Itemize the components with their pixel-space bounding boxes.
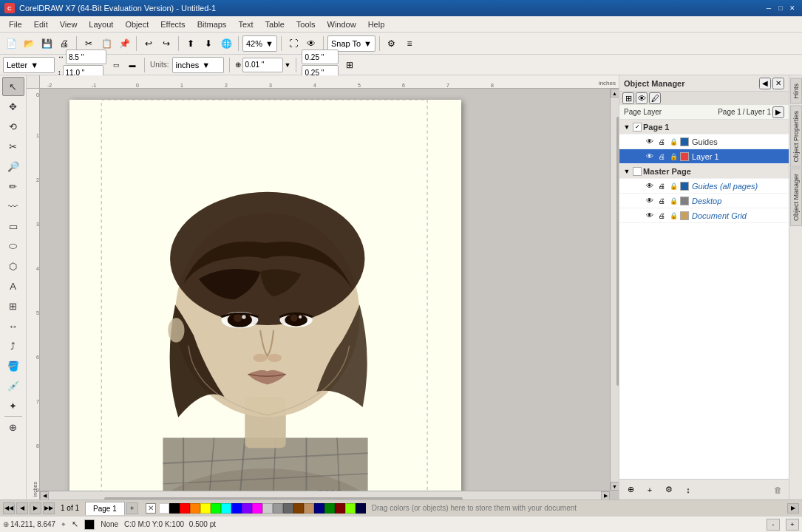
crop-tool[interactable]: ✂ [2, 137, 24, 156]
fill-tool[interactable]: 🪣 [2, 356, 24, 375]
menu-object[interactable]: Object [119, 18, 154, 30]
h-scroll-thumb[interactable] [104, 497, 463, 500]
menu-text[interactable]: Text [232, 18, 259, 30]
color-swatch-cyan[interactable] [221, 503, 231, 514]
menu-effects[interactable]: Effects [154, 18, 191, 30]
table-tool[interactable]: ⊞ [2, 296, 24, 316]
desktop-lock[interactable]: 🔒 [668, 196, 679, 206]
status-zoom-out[interactable]: - [767, 519, 780, 531]
layer1-eye[interactable]: 👁 [645, 151, 655, 162]
polygon-tool[interactable]: ⬡ [2, 256, 24, 276]
portrait-btn[interactable]: ▭ [109, 57, 123, 73]
paper-size-dropdown[interactable]: Letter ▼ [3, 57, 55, 73]
minimize-button[interactable]: ─ [764, 3, 774, 13]
desktop-print[interactable]: 🖨 [656, 196, 667, 206]
guides-all-eye[interactable]: 👁 [645, 181, 655, 191]
first-page-btn[interactable]: ◀◀ [3, 502, 15, 514]
status-zoom-in[interactable]: + [786, 519, 799, 531]
move-to-layer-btn[interactable]: ↕ [680, 482, 696, 498]
options-btn2[interactable]: ≡ [401, 35, 418, 52]
guides-print[interactable]: 🖨 [656, 137, 667, 147]
menu-bitmaps[interactable]: Bitmaps [191, 18, 233, 30]
landscape-btn[interactable]: ▬ [126, 57, 139, 73]
scroll-up-btn[interactable]: ▲ [611, 89, 619, 98]
zoom-tool[interactable]: 🔎 [2, 157, 24, 176]
apply-nudge-btn[interactable]: ⊞ [341, 57, 358, 73]
layer1-lock[interactable]: 🔒 [668, 151, 679, 162]
save-button[interactable]: 💾 [38, 35, 55, 52]
menu-edit[interactable]: Edit [28, 18, 54, 30]
doc-grid-print[interactable]: 🖨 [656, 211, 667, 221]
guides-lock[interactable]: 🔒 [668, 137, 679, 147]
smart-draw-tool[interactable]: 〰 [2, 197, 24, 216]
color-swatch-gray2[interactable] [273, 503, 283, 514]
no-color-swatch[interactable]: ✕ [146, 503, 156, 514]
color-swatch-orange[interactable] [190, 503, 200, 514]
units-dropdown[interactable]: inches ▼ [172, 57, 224, 73]
tree-layer1[interactable]: 👁 🖨 🔒 Layer 1 [619, 149, 789, 164]
last-page-btn[interactable]: ▶▶ [43, 502, 55, 514]
publish-button[interactable]: 🌐 [218, 35, 234, 52]
obj-props-tab[interactable]: Object Properties [790, 106, 802, 168]
panel-tab-3[interactable]: 🖊 [649, 92, 661, 104]
color-swatch-lime[interactable] [345, 503, 356, 514]
page1-expand[interactable]: ▼ [622, 123, 631, 132]
import-button[interactable]: ⬆ [183, 35, 199, 52]
layer-props-btn[interactable]: ⚙ [661, 482, 677, 498]
master-check[interactable] [633, 167, 642, 176]
delete-layer-btn[interactable]: 🗑 [769, 482, 786, 498]
prev-page-btn[interactable]: ◀ [16, 502, 28, 514]
color-swatch-blue[interactable] [231, 503, 242, 514]
menu-help[interactable]: Help [362, 18, 391, 30]
nudge-input[interactable]: 0.01 " [242, 58, 283, 72]
dimension-tool[interactable]: ↔ [2, 316, 24, 335]
desktop-eye[interactable]: 👁 [645, 196, 655, 206]
width-input[interactable]: 8.5 " [66, 50, 106, 64]
eyedropper-tool[interactable]: 💉 [2, 376, 24, 395]
scroll-right-btn[interactable]: ▶ [601, 491, 610, 500]
guides-all-lock[interactable]: 🔒 [668, 181, 679, 191]
tree-master-page[interactable]: ▼ Master Page [619, 164, 789, 179]
tree-guides[interactable]: 👁 🖨 🔒 Guides [619, 134, 789, 149]
guides-all-print[interactable]: 🖨 [656, 181, 667, 191]
guides-eye[interactable]: 👁 [645, 137, 655, 147]
color-swatch-purple[interactable] [242, 503, 252, 514]
color-swatch-gray3[interactable] [283, 503, 293, 514]
color-swatch-yellow[interactable] [200, 503, 211, 514]
color-swatch-white[interactable] [159, 503, 169, 514]
scroll-left-btn[interactable]: ◀ [40, 491, 49, 500]
tree-doc-grid[interactable]: 👁 🖨 🔒 Document Grid [619, 208, 789, 223]
new-button[interactable]: 📄 [3, 35, 19, 52]
open-button[interactable]: 📂 [21, 35, 37, 52]
doc-grid-lock[interactable]: 🔒 [668, 211, 679, 221]
panel-expand-btn[interactable]: ◀ [759, 78, 771, 89]
shape-edit-tool[interactable]: ✥ [2, 97, 24, 116]
select-tool[interactable]: ↖ [2, 77, 24, 96]
color-swatch-darkgreen[interactable] [324, 503, 335, 514]
doc-grid-eye[interactable]: 👁 [645, 211, 655, 221]
tree-desktop[interactable]: 👁 🖨 🔒 Desktop [619, 194, 789, 208]
page1-check[interactable] [633, 123, 642, 132]
obj-manager-tab[interactable]: Object Manager [790, 168, 802, 226]
palette-scroll-right[interactable]: ▶ [787, 503, 799, 514]
tree-page1[interactable]: ▼ Page 1 [619, 120, 789, 134]
text-tool[interactable]: A [2, 276, 24, 296]
redo-button[interactable]: ↪ [158, 35, 174, 52]
color-swatch-red[interactable] [180, 503, 190, 514]
scroll-down-btn[interactable]: ▼ [611, 482, 619, 491]
ellipse-tool[interactable]: ⬭ [2, 236, 24, 256]
menu-layout[interactable]: Layout [83, 18, 119, 30]
undo-button[interactable]: ↩ [140, 35, 157, 52]
page-tab-1[interactable]: Page 1 [85, 502, 125, 515]
add-layer-btn[interactable]: + [642, 482, 658, 498]
color-swatch-tan[interactable] [304, 503, 314, 514]
transform-tool[interactable]: ⟲ [2, 117, 24, 136]
master-expand[interactable]: ▼ [622, 167, 631, 176]
zoom-dropdown[interactable]: 42% ▼ [242, 35, 277, 52]
v-scrollbar[interactable]: ▲ ▼ [610, 89, 619, 491]
export-button[interactable]: ⬇ [200, 35, 217, 52]
menu-file[interactable]: File [3, 18, 28, 30]
hints-tab[interactable]: Hints [790, 78, 802, 104]
add-page-btn[interactable]: ⊕ [2, 417, 24, 437]
color-swatch-brown[interactable] [293, 503, 304, 514]
